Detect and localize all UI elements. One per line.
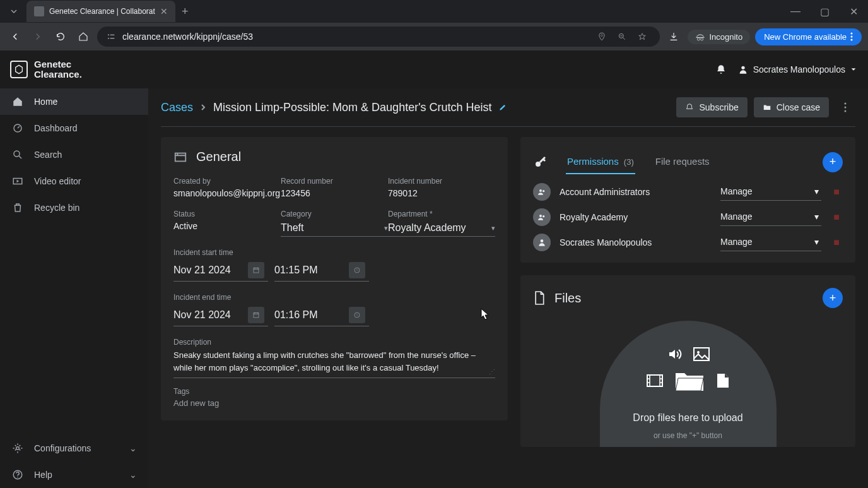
nav-home-button[interactable]: [74, 28, 92, 45]
chevron-down-icon: [850, 66, 857, 73]
home-icon: [11, 96, 24, 107]
calendar-icon[interactable]: [248, 262, 264, 278]
gear-icon: [11, 443, 24, 454]
notifications-icon[interactable]: [715, 64, 727, 75]
svg-point-6: [698, 38, 700, 40]
browser-tab[interactable]: Genetec Clearance | Collaborat ✕: [26, 1, 175, 22]
svg-point-29: [539, 215, 542, 217]
delete-permission-icon[interactable]: ■: [830, 237, 843, 248]
add-permission-button[interactable]: +: [823, 152, 843, 172]
chrome-update-label: New Chrome available: [764, 32, 847, 42]
delete-permission-icon[interactable]: ■: [830, 186, 843, 198]
files-title: Files: [554, 291, 581, 306]
add-file-button[interactable]: +: [823, 288, 843, 308]
sidebar-item-help[interactable]: Help ⌄: [0, 461, 148, 488]
department-dropdown[interactable]: Royalty Academy ▾: [388, 221, 495, 237]
edit-title-icon[interactable]: [498, 103, 507, 112]
sidebar-label: Home: [34, 97, 57, 107]
incident-end-time-input[interactable]: 01:16 PM: [274, 304, 369, 326]
department-label: Department *: [388, 210, 495, 218]
svg-rect-2: [110, 35, 115, 35]
clock-icon[interactable]: [349, 307, 365, 323]
folder-open-icon: [674, 368, 705, 393]
breadcrumb: Cases Mission Limp-Possible: Mom & Daugh…: [161, 101, 507, 114]
incident-end-date-input[interactable]: Nov 21 2024: [173, 304, 268, 326]
site-settings-icon[interactable]: [106, 32, 116, 42]
svg-point-15: [16, 447, 20, 450]
group-icon: [533, 208, 551, 226]
nav-forward-button[interactable]: [29, 28, 47, 45]
svg-point-4: [601, 35, 603, 37]
calendar-icon[interactable]: [248, 307, 264, 323]
clock-icon[interactable]: [349, 262, 365, 278]
sidebar-item-dashboard[interactable]: Dashboard: [0, 115, 148, 141]
add-tag-input[interactable]: Add new tag: [173, 398, 495, 408]
chevron-down-icon: ⌄: [129, 470, 137, 480]
window-minimize[interactable]: —: [781, 0, 810, 23]
incognito-label: Incognito: [709, 32, 742, 42]
nav-back-button[interactable]: [6, 28, 24, 45]
close-tab-icon[interactable]: ✕: [160, 6, 168, 16]
nav-reload-button[interactable]: [52, 28, 69, 45]
delete-permission-icon[interactable]: ■: [830, 211, 843, 223]
file-icon: [533, 290, 546, 306]
general-panel: General Created by smanolopoulos@kippnj.…: [161, 137, 508, 420]
incident-start-time-input[interactable]: 01:15 PM: [274, 259, 369, 282]
zoom-icon[interactable]: [613, 28, 631, 45]
address-bar[interactable]: clearance.network/kippnj/case/53: [97, 27, 660, 47]
sidebar-label: Dashboard: [34, 123, 78, 133]
svg-point-20: [845, 110, 847, 112]
permissions-count: (3): [624, 157, 634, 167]
incident-number-label: Incident number: [388, 177, 495, 186]
user-menu[interactable]: Socrates Manolopoulos: [738, 64, 857, 74]
svg-point-1: [108, 38, 109, 39]
help-icon: [11, 469, 24, 480]
breadcrumb-cases-link[interactable]: Cases: [161, 101, 193, 114]
sidebar-item-search[interactable]: Search: [0, 141, 148, 168]
window-close[interactable]: ✕: [839, 0, 868, 23]
app-logo[interactable]: Genetec Clearance.: [10, 59, 82, 80]
permission-name: Royalty Academy: [560, 212, 712, 222]
description-textarea[interactable]: Sneaky student faking a limp with crutch…: [173, 349, 495, 378]
chrome-update-button[interactable]: New Chrome available: [755, 28, 862, 45]
svg-point-17: [17, 477, 18, 478]
subscribe-button[interactable]: Subscribe: [676, 97, 747, 117]
search-icon: [11, 149, 24, 160]
chevron-down-icon: ▾: [814, 186, 819, 196]
sidebar-item-video-editor[interactable]: Video editor: [0, 168, 148, 194]
film-icon: [647, 373, 663, 388]
key-icon: [533, 155, 548, 170]
tab-search-dropdown[interactable]: [5, 3, 23, 20]
record-number-label: Record number: [281, 177, 388, 186]
tab-permissions[interactable]: Permissions (3): [566, 150, 635, 174]
permission-level-dropdown[interactable]: Manage ▾: [720, 209, 821, 226]
permissions-panel: Permissions (3) File requests +: [520, 137, 855, 263]
svg-point-11: [741, 66, 744, 69]
new-tab-button[interactable]: +: [182, 5, 189, 18]
permission-name: Account Administrators: [560, 187, 712, 197]
window-maximize[interactable]: ▢: [810, 0, 839, 23]
case-title: Mission Limp-Possible: Mom & Daughter's …: [213, 101, 492, 114]
sidebar-item-home[interactable]: Home: [0, 88, 148, 115]
tab-file-requests[interactable]: File requests: [654, 150, 711, 174]
user-icon: [533, 234, 551, 251]
location-icon[interactable]: [593, 28, 611, 45]
sidebar-item-recycle-bin[interactable]: Recycle bin: [0, 194, 148, 221]
svg-point-26: [536, 162, 541, 167]
more-menu-button[interactable]: [835, 97, 855, 117]
category-dropdown[interactable]: Theft ▾: [281, 221, 388, 237]
resize-handle-icon[interactable]: ⋰: [489, 367, 495, 376]
bookmark-star-icon[interactable]: [633, 28, 651, 45]
permission-level-dropdown[interactable]: Manage ▾: [720, 234, 821, 251]
incident-start-date-input[interactable]: Nov 21 2024: [173, 259, 268, 282]
chevron-down-icon: ⌄: [129, 443, 137, 453]
record-number-value[interactable]: 123456: [281, 188, 388, 198]
sidebar-item-configurations[interactable]: Configurations ⌄: [0, 435, 148, 461]
svg-point-13: [14, 151, 20, 157]
close-case-button[interactable]: Close case: [754, 97, 829, 117]
files-dropzone[interactable]: Drop files here to upload or use the "+"…: [533, 321, 843, 447]
folder-icon: [763, 103, 771, 112]
permission-level-dropdown[interactable]: Manage ▾: [720, 184, 821, 201]
downloads-icon[interactable]: [665, 28, 683, 45]
incident-number-value[interactable]: 789012: [388, 188, 495, 198]
